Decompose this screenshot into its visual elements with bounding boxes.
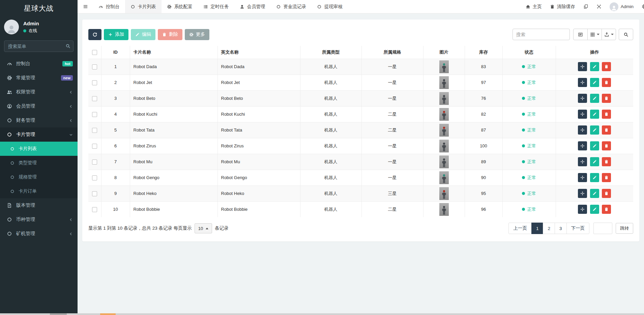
chevron-left-icon	[69, 232, 73, 236]
edit-row-button[interactable]	[590, 189, 599, 198]
sidebar-item-general[interactable]: 常规管理 new	[0, 71, 78, 85]
edit-row-button[interactable]	[590, 78, 599, 87]
detail-view-button[interactable]	[573, 29, 588, 40]
horizontal-scrollbar[interactable]	[0, 313, 644, 315]
edit-row-button[interactable]	[590, 125, 599, 135]
delete-button[interactable]: 删除	[158, 29, 182, 40]
sidebar-item-version[interactable]: 版本管理	[0, 198, 78, 212]
move-row-button[interactable]	[578, 125, 587, 135]
delete-row-button[interactable]	[602, 173, 611, 182]
move-row-button[interactable]	[578, 110, 587, 119]
delete-row-button[interactable]	[602, 157, 611, 166]
row-checkbox[interactable]	[92, 80, 97, 85]
move-row-button[interactable]	[578, 94, 587, 103]
sidebar-item-card-list[interactable]: 卡片列表	[0, 142, 78, 156]
jump-page-input[interactable]	[593, 223, 612, 234]
delete-row-button[interactable]	[602, 78, 611, 87]
tab-scheduled-tasks[interactable]: 定时任务	[198, 0, 234, 13]
row-checkbox[interactable]	[92, 160, 97, 165]
edit-row-button[interactable]	[590, 205, 599, 214]
sidebar-item-finance[interactable]: 财务管理	[0, 113, 78, 127]
page-button-1[interactable]: 1	[531, 223, 544, 234]
search-button[interactable]	[619, 29, 633, 40]
page-button-3[interactable]: 3	[555, 223, 567, 234]
delete-row-button[interactable]	[602, 62, 611, 71]
fullscreen-icon[interactable]	[596, 4, 602, 9]
more-button[interactable]: 更多	[185, 29, 209, 40]
tab-card-list[interactable]: 卡片列表	[125, 0, 162, 13]
refresh-button[interactable]	[88, 29, 101, 40]
sidebar-item-card-management[interactable]: 卡片管理	[0, 127, 78, 142]
edit-row-button[interactable]	[590, 94, 599, 103]
tab-fund-records[interactable]: 资金流记录	[271, 0, 312, 13]
edit-row-button[interactable]	[590, 62, 599, 71]
scrollbar-thumb[interactable]	[50, 313, 67, 315]
sidebar-search-input[interactable]	[4, 40, 74, 52]
move-icon	[580, 160, 585, 164]
tab-withdraw-review[interactable]: 提现审核	[312, 0, 348, 13]
row-checkbox[interactable]	[92, 112, 97, 117]
online-dot-icon	[23, 29, 26, 32]
trash-icon	[604, 144, 609, 148]
row-checkbox[interactable]	[92, 64, 97, 69]
select-all-checkbox[interactable]	[92, 50, 97, 55]
tab-members[interactable]: 会员管理	[234, 0, 271, 13]
sidebar-item-members[interactable]: 会员管理	[0, 99, 78, 113]
sidebar-item-type-management[interactable]: 类型管理	[0, 156, 78, 170]
tab-console[interactable]: 控制台	[93, 0, 125, 13]
table-search-input[interactable]	[513, 29, 570, 40]
trash-icon	[162, 32, 167, 37]
move-row-button[interactable]	[578, 189, 587, 198]
edit-button[interactable]: 编辑	[131, 29, 155, 40]
delete-row-button[interactable]	[602, 125, 611, 135]
move-row-button[interactable]	[578, 205, 587, 214]
add-button[interactable]: 添加	[104, 29, 128, 40]
user-menu[interactable]: Admin	[610, 2, 634, 11]
row-checkbox[interactable]	[92, 96, 97, 101]
dashboard-icon	[98, 4, 103, 9]
move-row-button[interactable]	[578, 141, 587, 150]
move-icon	[580, 207, 585, 211]
edit-row-button[interactable]	[590, 157, 599, 166]
sidebar-item-currency[interactable]: 币种管理	[0, 212, 78, 227]
sidebar-item-spec-management[interactable]: 规格管理	[0, 170, 78, 184]
row-checkbox[interactable]	[92, 191, 97, 196]
columns-button[interactable]	[587, 29, 602, 40]
move-row-button[interactable]	[578, 173, 587, 182]
sidebar-item-console[interactable]: 控制台 hot	[0, 57, 78, 71]
tab-system-config[interactable]: 系统配置	[162, 0, 198, 13]
next-page-button[interactable]: 下一页	[566, 223, 590, 234]
page-button-2[interactable]: 2	[543, 223, 555, 234]
row-checkbox[interactable]	[92, 175, 97, 180]
edit-row-button[interactable]	[590, 110, 599, 119]
delete-row-button[interactable]	[602, 141, 611, 150]
sidebar-item-miner[interactable]: 矿机管理	[0, 227, 78, 241]
row-checkbox[interactable]	[92, 207, 97, 212]
pencil-icon	[592, 128, 597, 132]
copy-icon[interactable]	[583, 4, 588, 9]
sidebar-toggle-button[interactable]	[78, 0, 93, 13]
home-button[interactable]: 主页	[526, 4, 542, 10]
row-checkbox[interactable]	[92, 128, 97, 133]
page-size-dropdown[interactable]: 10	[195, 223, 212, 233]
delete-row-button[interactable]	[602, 110, 611, 119]
table-row: 1 Robot Dada Robot Dada 机器人 一星 83 正常	[88, 59, 633, 75]
delete-row-button[interactable]	[602, 94, 611, 103]
delete-row-button[interactable]	[602, 189, 611, 198]
sidebar-item-card-orders[interactable]: 卡片订单	[0, 184, 78, 198]
circle-icon	[10, 147, 14, 151]
clear-cache-button[interactable]: 清除缓存	[550, 4, 575, 10]
edit-row-button[interactable]	[590, 141, 599, 150]
prev-page-button[interactable]: 上一页	[508, 223, 532, 234]
settings-gear-icon[interactable]	[642, 4, 644, 9]
export-button[interactable]	[602, 29, 616, 40]
row-checkbox[interactable]	[92, 144, 97, 149]
sidebar-item-permissions[interactable]: 权限管理	[0, 85, 78, 99]
delete-row-button[interactable]	[602, 205, 611, 214]
edit-row-button[interactable]	[590, 173, 599, 182]
move-row-button[interactable]	[578, 62, 587, 71]
move-row-button[interactable]	[578, 78, 587, 87]
jump-button[interactable]: 跳转	[616, 223, 633, 234]
content-area: 添加 编辑 删除 更多	[78, 13, 644, 313]
move-row-button[interactable]	[578, 157, 587, 166]
